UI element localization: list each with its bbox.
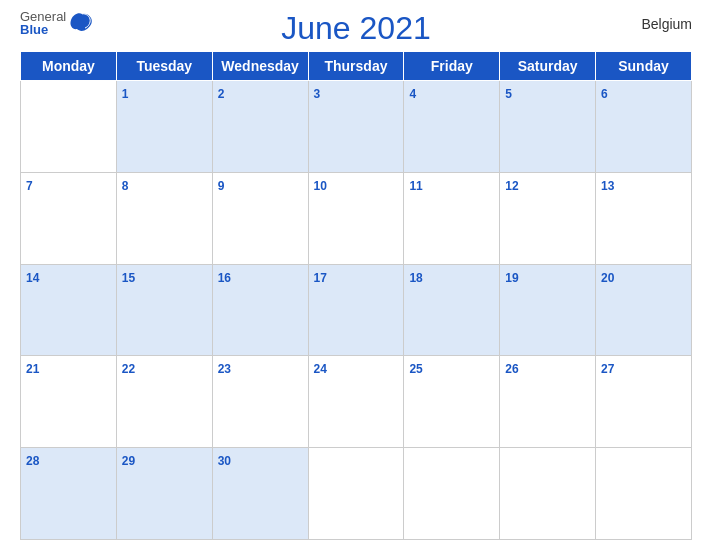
day-number: 23 (218, 362, 231, 376)
day-number: 18 (409, 271, 422, 285)
day-number: 13 (601, 179, 614, 193)
day-number: 24 (314, 362, 327, 376)
day-number: 16 (218, 271, 231, 285)
calendar-day-18: 18 (404, 264, 500, 356)
day-header-tuesday: Tuesday (116, 52, 212, 81)
calendar-day-23: 23 (212, 356, 308, 448)
day-number: 19 (505, 271, 518, 285)
calendar-day-14: 14 (21, 264, 117, 356)
day-header-thursday: Thursday (308, 52, 404, 81)
country-label: Belgium (641, 16, 692, 32)
calendar-day-empty (308, 448, 404, 540)
calendar-day-empty (500, 448, 596, 540)
calendar-day-24: 24 (308, 356, 404, 448)
day-header-friday: Friday (404, 52, 500, 81)
calendar-week-row: 282930 (21, 448, 692, 540)
logo-blue: Blue (20, 23, 66, 36)
calendar-day-1: 1 (116, 81, 212, 173)
day-number: 20 (601, 271, 614, 285)
calendar-day-15: 15 (116, 264, 212, 356)
day-number: 25 (409, 362, 422, 376)
day-number: 8 (122, 179, 129, 193)
calendar-day-20: 20 (596, 264, 692, 356)
day-number: 21 (26, 362, 39, 376)
calendar-day-27: 27 (596, 356, 692, 448)
day-number: 14 (26, 271, 39, 285)
calendar-day-7: 7 (21, 172, 117, 264)
day-number: 29 (122, 454, 135, 468)
header: General Blue June 2021 Belgium (20, 10, 692, 47)
calendar-day-16: 16 (212, 264, 308, 356)
calendar-day-17: 17 (308, 264, 404, 356)
calendar-day-11: 11 (404, 172, 500, 264)
calendar-week-row: 21222324252627 (21, 356, 692, 448)
calendar-day-25: 25 (404, 356, 500, 448)
calendar-day-26: 26 (500, 356, 596, 448)
calendar-week-row: 123456 (21, 81, 692, 173)
calendar-week-row: 14151617181920 (21, 264, 692, 356)
day-number: 27 (601, 362, 614, 376)
day-number: 1 (122, 87, 129, 101)
calendar-day-12: 12 (500, 172, 596, 264)
day-number: 9 (218, 179, 225, 193)
day-number: 5 (505, 87, 512, 101)
day-number: 17 (314, 271, 327, 285)
day-number: 6 (601, 87, 608, 101)
calendar-day-5: 5 (500, 81, 596, 173)
day-number: 22 (122, 362, 135, 376)
calendar-day-9: 9 (212, 172, 308, 264)
day-number: 2 (218, 87, 225, 101)
day-header-saturday: Saturday (500, 52, 596, 81)
day-number: 4 (409, 87, 416, 101)
calendar-day-4: 4 (404, 81, 500, 173)
calendar-table: MondayTuesdayWednesdayThursdayFridaySatu… (20, 51, 692, 540)
calendar-day-28: 28 (21, 448, 117, 540)
logo-bird-icon (69, 12, 95, 34)
day-number: 30 (218, 454, 231, 468)
calendar-day-30: 30 (212, 448, 308, 540)
day-number: 3 (314, 87, 321, 101)
calendar-day-6: 6 (596, 81, 692, 173)
day-number: 7 (26, 179, 33, 193)
calendar-day-3: 3 (308, 81, 404, 173)
calendar-day-22: 22 (116, 356, 212, 448)
day-number: 11 (409, 179, 422, 193)
day-number: 12 (505, 179, 518, 193)
day-header-sunday: Sunday (596, 52, 692, 81)
calendar-day-empty (21, 81, 117, 173)
page-title: June 2021 (281, 10, 430, 47)
day-number: 26 (505, 362, 518, 376)
calendar-header-row: MondayTuesdayWednesdayThursdayFridaySatu… (21, 52, 692, 81)
calendar-day-2: 2 (212, 81, 308, 173)
calendar-day-13: 13 (596, 172, 692, 264)
calendar-day-8: 8 (116, 172, 212, 264)
calendar-day-19: 19 (500, 264, 596, 356)
logo: General Blue (20, 10, 95, 36)
calendar-day-29: 29 (116, 448, 212, 540)
calendar-day-empty (596, 448, 692, 540)
day-number: 15 (122, 271, 135, 285)
calendar-week-row: 78910111213 (21, 172, 692, 264)
day-header-wednesday: Wednesday (212, 52, 308, 81)
calendar-day-empty (404, 448, 500, 540)
calendar-day-21: 21 (21, 356, 117, 448)
day-number: 10 (314, 179, 327, 193)
day-number: 28 (26, 454, 39, 468)
calendar-day-10: 10 (308, 172, 404, 264)
day-header-monday: Monday (21, 52, 117, 81)
